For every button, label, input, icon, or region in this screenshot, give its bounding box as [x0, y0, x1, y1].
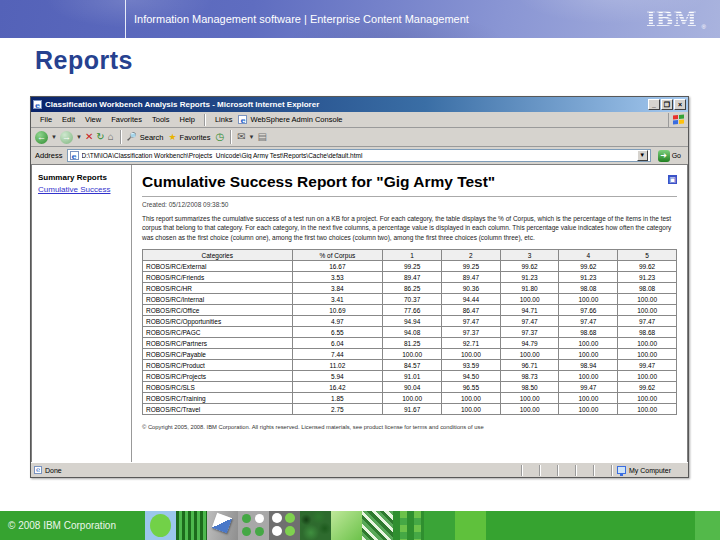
home-button[interactable]: ⌂ [108, 132, 114, 142]
tile-envelope [207, 511, 238, 540]
category-cell: ROBOS/RC/Opportunities [143, 316, 293, 327]
browser-content: Summary Reports Cumulative Success Cumul… [31, 165, 688, 462]
value-cell: 98.68 [618, 327, 677, 338]
mail-dropdown-icon[interactable]: ▼ [249, 134, 255, 140]
value-cell: 99.47 [618, 360, 677, 371]
close-button[interactable]: × [674, 99, 686, 110]
column-header: % of Corpus [292, 250, 383, 261]
value-cell: 91.80 [500, 283, 559, 294]
status-bar: e Done My Computer [31, 462, 688, 477]
slide-header-band: Information Management software | Enterp… [0, 0, 720, 38]
menubar-divider [204, 114, 205, 126]
tile-dots [269, 511, 300, 540]
back-button[interactable]: ← [35, 131, 48, 144]
value-cell: 99.62 [618, 382, 677, 393]
value-cell: 97.37 [500, 327, 559, 338]
value-cell: 99.25 [442, 261, 501, 272]
print-button[interactable]: ▤ [257, 132, 266, 142]
favorites-button[interactable]: Favorites [180, 133, 211, 142]
mail-button[interactable]: ✉ [237, 132, 245, 142]
menu-edit[interactable]: Edit [57, 115, 80, 124]
value-cell: 91.23 [618, 272, 677, 283]
status-text: Done [45, 467, 62, 474]
stop-button[interactable]: ✕ [85, 132, 93, 142]
address-input[interactable]: e D:\TM\IOA\Classification Workbench\Pro… [67, 149, 651, 162]
value-cell: 94.79 [500, 338, 559, 349]
value-cell: 97.47 [559, 316, 618, 327]
value-cell: 77.66 [383, 305, 442, 316]
address-dropdown-icon[interactable]: ▼ [637, 150, 648, 161]
address-label: Address [35, 151, 63, 160]
menu-help[interactable]: Help [175, 115, 200, 124]
value-cell: 96.71 [500, 360, 559, 371]
tile-foliage-photo [300, 511, 331, 540]
value-cell: 7.44 [292, 349, 383, 360]
tile-end-light-green [695, 511, 720, 540]
forward-button[interactable]: → [60, 131, 73, 144]
menu-tools[interactable]: Tools [147, 115, 175, 124]
value-cell: 11.02 [292, 360, 383, 371]
sidebar-link-cumulative-success[interactable]: Cumulative Success [38, 185, 125, 194]
forward-dropdown-icon[interactable]: ▼ [76, 134, 82, 140]
go-button[interactable]: ➜ Go [655, 149, 684, 163]
back-dropdown-icon[interactable]: ▼ [51, 134, 57, 140]
value-cell: 70.37 [383, 294, 442, 305]
refresh-button[interactable]: ↻ [96, 132, 104, 142]
value-cell: 100.00 [442, 404, 501, 415]
value-cell: 98.08 [559, 283, 618, 294]
value-cell: 6.04 [292, 338, 383, 349]
history-button[interactable]: ◷ [215, 132, 224, 142]
value-cell: 100.00 [618, 371, 677, 382]
window-titlebar[interactable]: e Classification Workbench Analysis Repo… [31, 97, 688, 112]
category-cell: ROBOS/RC/Partners [143, 338, 293, 349]
maximize-button[interactable]: ❐ [661, 99, 673, 110]
links-websphere-admin-console[interactable]: e WebSphere Admin Console [238, 115, 342, 124]
value-cell: 100.00 [559, 371, 618, 382]
value-cell: 16.67 [292, 261, 383, 272]
brand-text: Information Management software | Enterp… [125, 0, 469, 38]
menu-file[interactable]: File [35, 115, 57, 124]
value-cell: 3.41 [292, 294, 383, 305]
report-print-icon[interactable]: ▣ [668, 175, 677, 184]
status-page-icon: e [34, 466, 42, 474]
tile-dots [238, 511, 269, 540]
report-title: Cumulative Success Report for "Gig Army … [142, 173, 668, 191]
report-copyright: © Copyright 2005, 2008. IBM Corporation.… [142, 424, 677, 430]
value-cell: 98.68 [559, 327, 618, 338]
value-cell: 100.00 [559, 294, 618, 305]
page-icon: e [70, 151, 79, 160]
category-cell: ROBOS/RC/Projects [143, 371, 293, 382]
value-cell: 100.00 [442, 393, 501, 404]
search-icon[interactable]: 🔎 [127, 133, 137, 141]
favorites-star-icon[interactable]: ★ [168, 133, 176, 142]
report-sidebar: Summary Reports Cumulative Success [32, 165, 132, 462]
menu-bar: File Edit View Favorites Tools Help Link… [31, 112, 688, 128]
value-cell: 100.00 [618, 393, 677, 404]
value-cell: 89.47 [442, 272, 501, 283]
value-cell: 90.36 [442, 283, 501, 294]
column-header: 5 [618, 250, 677, 261]
category-cell: ROBOS/RC/Payable [143, 349, 293, 360]
value-cell: 91.23 [559, 272, 618, 283]
cumulative-success-table: Categories% of Corpus12345 ROBOS/RC/Exte… [142, 249, 677, 415]
minimize-button[interactable]: _ [648, 99, 660, 110]
table-row: ROBOS/RC/HR3.8486.2590.3691.8098.0898.08 [143, 283, 677, 294]
value-cell: 100.00 [559, 338, 618, 349]
menu-view[interactable]: View [80, 115, 106, 124]
value-cell: 100.00 [618, 404, 677, 415]
ibm-logo: IBM [646, 8, 698, 34]
table-row: ROBOS/RC/Projects5.9491.0194.5098.73100.… [143, 371, 677, 382]
table-row: ROBOS/RC/Office10.6977.6686.4794.7197.66… [143, 305, 677, 316]
value-cell: 99.62 [500, 261, 559, 272]
menu-favorites[interactable]: Favorites [106, 115, 147, 124]
tile-green [424, 511, 455, 540]
value-cell: 94.08 [383, 327, 442, 338]
page-icon: e [238, 115, 247, 124]
status-panels: My Computer [521, 465, 685, 476]
value-cell: 100.00 [618, 349, 677, 360]
value-cell: 100.00 [500, 294, 559, 305]
column-header: 4 [559, 250, 618, 261]
value-cell: 2.75 [292, 404, 383, 415]
search-button[interactable]: Search [140, 133, 164, 142]
value-cell: 93.59 [442, 360, 501, 371]
